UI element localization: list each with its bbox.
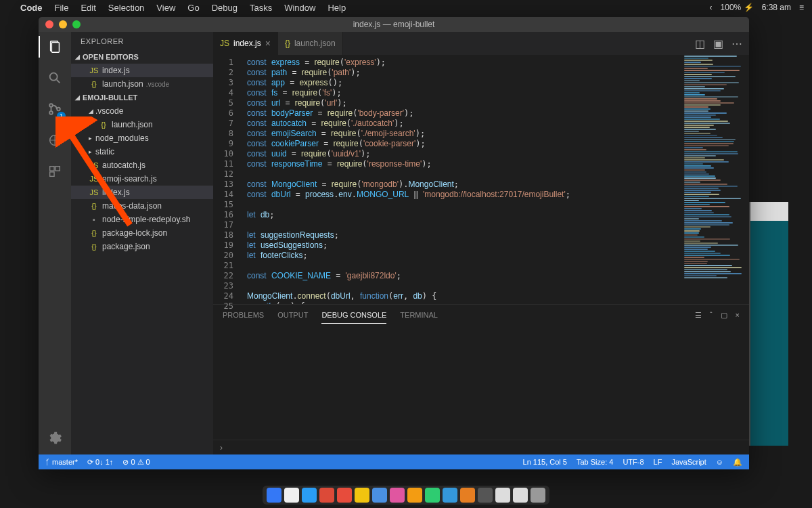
scm-badge: 1 bbox=[57, 112, 66, 120]
status-feedback-icon[interactable]: ☺ bbox=[716, 458, 723, 466]
split-editor-icon[interactable]: ◫ bbox=[695, 37, 705, 50]
menu-window[interactable]: Window bbox=[284, 3, 315, 13]
svg-rect-7 bbox=[50, 167, 54, 171]
clock[interactable]: 6:38 am bbox=[762, 3, 791, 12]
source-control-icon[interactable]: 1 bbox=[45, 100, 64, 119]
dock-app-icon[interactable] bbox=[372, 488, 387, 503]
open-editor-item[interactable]: JSindex.js bbox=[71, 64, 213, 77]
svg-point-5 bbox=[57, 108, 60, 111]
sidebar-title: EXPLORER bbox=[71, 32, 213, 51]
panel-filter-icon[interactable]: ☰ bbox=[695, 311, 702, 320]
debug-console-body[interactable] bbox=[213, 325, 749, 440]
status-language[interactable]: JavaScript bbox=[671, 458, 706, 466]
window-minimize-icon[interactable] bbox=[59, 20, 67, 28]
more-actions-icon[interactable]: ⋯ bbox=[731, 37, 742, 50]
status-sync[interactable]: ⟳ 0↓ 1↑ bbox=[87, 458, 113, 467]
code-editor[interactable]: 1234567891011121314151617181920212223242… bbox=[213, 55, 749, 304]
panel-tab-debug-console[interactable]: DEBUG CONSOLE bbox=[321, 307, 386, 324]
dock-app-icon[interactable] bbox=[443, 488, 457, 503]
activity-bar: 1 bbox=[39, 32, 71, 454]
menu-debug[interactable]: Debug bbox=[212, 3, 238, 13]
panel-tab-output[interactable]: OUTPUT bbox=[277, 307, 308, 323]
tab-index-js[interactable]: JSindex.js× bbox=[213, 32, 278, 55]
file-item[interactable]: JSautocatch.js bbox=[71, 158, 213, 172]
dock-app-icon[interactable] bbox=[337, 488, 352, 503]
tab-launch-json[interactable]: {}launch.json bbox=[278, 32, 343, 55]
file-item[interactable]: ▪node-simple-redeploy.sh bbox=[71, 213, 213, 226]
menu-help[interactable]: Help bbox=[328, 3, 346, 13]
folder-item[interactable]: ▸ node_modules bbox=[71, 131, 213, 145]
status-branch[interactable]: ᚶ master* bbox=[45, 458, 78, 466]
code-content[interactable]: const express = require('express'); cons… bbox=[243, 55, 681, 304]
status-encoding[interactable]: UTF-8 bbox=[623, 458, 644, 466]
dock-app-icon[interactable] bbox=[460, 488, 475, 503]
dock-app-icon[interactable] bbox=[531, 488, 545, 503]
dock-app-icon[interactable] bbox=[267, 488, 281, 503]
panel-collapse-icon[interactable]: ˆ bbox=[710, 311, 713, 320]
panel-close-icon[interactable]: × bbox=[736, 311, 740, 320]
file-item[interactable]: {}macos-data.json bbox=[71, 199, 213, 213]
status-cursor-pos[interactable]: Ln 115, Col 5 bbox=[523, 458, 567, 466]
minimap[interactable] bbox=[681, 55, 749, 304]
file-item[interactable]: {}launch.json bbox=[71, 118, 213, 131]
dock-app-icon[interactable] bbox=[390, 488, 405, 503]
svg-rect-8 bbox=[55, 167, 60, 171]
folder-item[interactable]: ◢ .vscode bbox=[71, 104, 213, 118]
close-icon[interactable]: × bbox=[265, 38, 271, 49]
extensions-icon[interactable] bbox=[45, 162, 64, 181]
line-gutter: 1234567891011121314151617181920212223242… bbox=[213, 55, 243, 304]
file-item[interactable]: {}package-lock.json bbox=[71, 226, 213, 240]
open-editors-header[interactable]: ◢OPEN EDITORS bbox=[71, 51, 213, 63]
dock-app-icon[interactable] bbox=[302, 488, 317, 503]
status-bell-icon[interactable]: 🔔 bbox=[733, 458, 742, 467]
svg-point-2 bbox=[50, 73, 58, 81]
menu-tasks[interactable]: Tasks bbox=[250, 3, 272, 13]
settings-gear-icon[interactable] bbox=[45, 429, 64, 448]
dock-app-icon[interactable] bbox=[407, 488, 422, 503]
file-item[interactable]: JSemoji-search.js bbox=[71, 172, 213, 186]
app-menu[interactable]: Code bbox=[20, 3, 43, 13]
dock-app-icon[interactable] bbox=[319, 488, 334, 503]
menu-file[interactable]: File bbox=[55, 3, 69, 13]
window-close-icon[interactable] bbox=[45, 20, 53, 28]
svg-point-4 bbox=[49, 111, 53, 114]
window-titlebar[interactable]: index.js — emoji-bullet bbox=[39, 17, 749, 32]
status-eol[interactable]: LF bbox=[654, 458, 662, 466]
svg-rect-9 bbox=[50, 172, 54, 176]
dock-app-icon[interactable] bbox=[425, 488, 440, 503]
dock-app-icon[interactable] bbox=[513, 488, 528, 503]
breadcrumb-bar[interactable]: › bbox=[213, 440, 749, 454]
search-icon[interactable] bbox=[45, 68, 64, 87]
panel-tab-terminal[interactable]: TERMINAL bbox=[400, 307, 438, 323]
menu-selection[interactable]: Selection bbox=[108, 3, 144, 13]
status-indent[interactable]: Tab Size: 4 bbox=[577, 458, 613, 466]
status-problems[interactable]: ⊘ 0 ⚠ 0 bbox=[122, 458, 150, 467]
window-maximize-icon[interactable] bbox=[72, 20, 81, 28]
open-editor-item[interactable]: {}launch.json.vscode bbox=[71, 77, 213, 91]
battery-status[interactable]: 100% ⚡ bbox=[721, 3, 754, 12]
dock-app-icon[interactable] bbox=[355, 488, 369, 503]
vscode-window: index.js — emoji-bullet 1 EXPLORER ◢OPEN… bbox=[39, 17, 749, 469]
explorer-sidebar: EXPLORER ◢OPEN EDITORS JSindex.js{}launc… bbox=[71, 32, 213, 454]
dock-app-icon[interactable] bbox=[284, 488, 299, 503]
menu-edit[interactable]: Edit bbox=[81, 3, 95, 13]
project-header[interactable]: ◢EMOJI-BULLET bbox=[71, 91, 213, 104]
menu-extra-icon[interactable]: ≡ bbox=[799, 3, 804, 12]
dock-app-icon[interactable] bbox=[478, 488, 493, 503]
editor-tabs: JSindex.js× {}launch.json ◫ ▣ ⋯ bbox=[213, 32, 749, 55]
input-menu-icon[interactable]: ‹ bbox=[710, 3, 713, 12]
toggle-layout-icon[interactable]: ▣ bbox=[713, 37, 723, 50]
explorer-icon[interactable] bbox=[45, 37, 64, 56]
panel-maximize-icon[interactable]: ▢ bbox=[721, 311, 727, 320]
debug-icon[interactable] bbox=[45, 131, 64, 150]
menu-view[interactable]: View bbox=[156, 3, 175, 13]
file-item[interactable]: {}package.json bbox=[71, 240, 213, 253]
menu-go[interactable]: Go bbox=[187, 3, 199, 13]
svg-rect-1 bbox=[51, 43, 59, 53]
dock-app-icon[interactable] bbox=[495, 488, 510, 503]
folder-item[interactable]: ▸ static bbox=[71, 145, 213, 158]
file-item[interactable]: JSindex.js bbox=[71, 186, 213, 199]
macos-dock[interactable] bbox=[263, 486, 549, 505]
window-title: index.js — emoji-bullet bbox=[39, 20, 749, 29]
editor-group: JSindex.js× {}launch.json ◫ ▣ ⋯ 12345678… bbox=[213, 32, 749, 454]
